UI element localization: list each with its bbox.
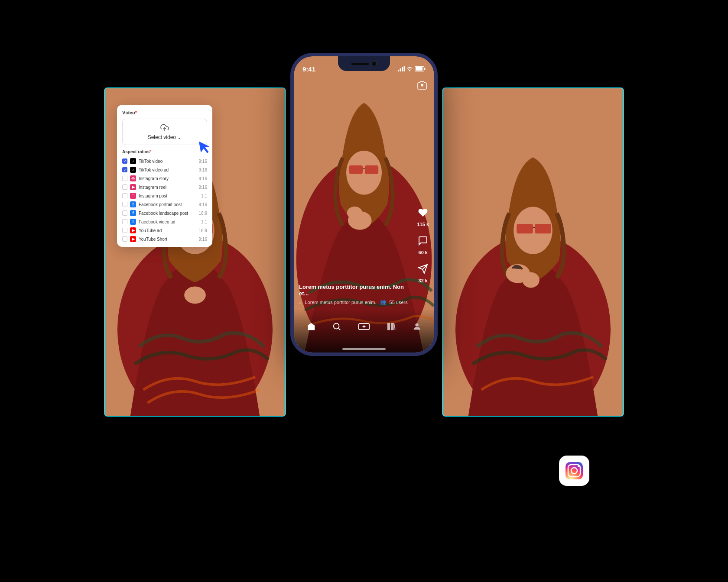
video-caption: Lorem metus porttitor purus enim. Non et… [299,284,408,305]
ratio-item-0[interactable]: ✓♪TikTok video9:16 [122,157,207,165]
ratio-value-9: 9:16 [199,237,207,242]
shares-count: 32 k [419,278,428,283]
svg-rect-27 [400,68,401,71]
phone-mockup: 9:41 [290,53,438,356]
comments-count: 60 k [419,250,428,255]
svg-rect-13 [535,224,551,233]
home-indicator [342,348,386,350]
svg-point-25 [347,207,362,219]
ratio-item-1[interactable]: ✓♪TikTok video ad9:16 [122,165,207,174]
ratio-name-9: YouTube Short [139,237,196,242]
comment-button[interactable]: 60 k [417,236,429,255]
svg-rect-22 [365,165,378,174]
camera-button[interactable] [417,80,427,92]
platform-icon-7: f [130,219,136,225]
ratio-name-0: TikTok video [139,159,196,164]
aspect-ratio-panel: Video* Select video ⌄ Aspect ratios* ✓♪T… [117,105,212,247]
platform-icon-4: □ [130,193,136,199]
ratio-item-4[interactable]: □Instagram post1:1 [122,191,207,200]
svg-point-30 [409,70,410,71]
svg-rect-33 [424,68,426,70]
ratio-value-0: 9:16 [199,159,207,164]
heart-icon [417,207,429,221]
svg-rect-21 [349,165,363,174]
svg-point-43 [416,323,419,327]
platform-icon-0: ♪ [130,158,136,164]
ratio-value-2: 9:16 [199,176,207,181]
ratio-value-3: 9:16 [199,185,207,190]
upload-icon [127,123,202,133]
ratio-name-4: Instagram post [139,194,198,198]
add-nav-item[interactable] [358,322,370,331]
caption-users: 55 users [390,300,408,305]
checkbox-2[interactable] [122,176,127,181]
ratio-name-7: Facebook video ad [139,220,198,224]
platform-icon-3: ▶ [130,184,136,190]
platform-icon-5: f [130,201,136,207]
svg-point-36 [334,323,339,329]
checkbox-7[interactable] [122,219,127,224]
instagram-icon [565,461,584,480]
ratio-item-5[interactable]: fFacebook portrait post9:16 [122,200,207,209]
home-nav-item[interactable] [306,322,316,331]
profile-nav-item[interactable] [412,322,422,331]
ratio-value-7: 1:1 [201,220,207,224]
aspect-ratios-label: Aspect ratios* [122,149,207,154]
bottom-nav[interactable] [294,309,434,352]
checkbox-0[interactable]: ✓ [122,158,127,164]
ratio-name-3: Instagram reel [139,185,196,190]
platform-icon-8: ▶ [130,227,136,233]
main-scene: 9:41 [104,53,624,529]
ratio-list: ✓♪TikTok video9:16✓♪TikTok video ad9:16◎… [122,157,207,243]
action-buttons: 115 k 60 k [417,207,429,283]
like-button[interactable]: 115 k [417,207,429,227]
share-button[interactable]: 32 k [417,264,429,283]
search-nav-item[interactable] [332,322,341,331]
status-time: 9:41 [302,65,315,73]
library-nav-item[interactable] [387,322,396,331]
checkbox-8[interactable] [122,228,127,233]
share-icon [417,264,429,277]
select-video-text: Select video ⌄ [127,134,202,140]
ratio-name-2: Instagram story [139,176,196,181]
ratio-name-6: Facebook landscape post [139,211,196,216]
svg-rect-32 [416,67,422,71]
signal-icon [398,66,405,71]
likes-count: 115 k [417,222,429,227]
battery-icon [415,66,426,71]
platform-icon-2: ◎ [130,175,136,181]
checkbox-9[interactable] [122,236,127,242]
ratio-value-5: 9:16 [199,202,207,207]
ratio-value-8: 16:9 [199,228,207,233]
ratio-name-8: YouTube ad [139,228,196,233]
svg-rect-28 [402,67,403,71]
ratio-item-3[interactable]: ▶Instagram reel9:16 [122,183,207,191]
right-panel-photo [443,88,623,416]
speaker [351,63,369,65]
checkbox-3[interactable] [122,184,127,190]
checkbox-5[interactable] [122,202,127,207]
svg-point-48 [578,466,579,467]
ratio-item-6[interactable]: fFacebook landscape post16:9 [122,209,207,217]
ratio-item-7[interactable]: fFacebook video ad1:1 [122,217,207,226]
caption-main-text: Lorem metus porttitor purus enim. Non et… [299,284,408,297]
required-mark: * [135,110,137,115]
select-video-button[interactable]: Select video ⌄ [122,119,207,145]
ratio-item-9[interactable]: ▶YouTube Short9:16 [122,235,207,243]
ratio-item-8[interactable]: ▶YouTube ad16:9 [122,226,207,235]
comment-icon [417,236,429,249]
front-camera [371,61,377,66]
checkbox-4[interactable] [122,193,127,198]
svg-rect-29 [404,66,405,71]
caption-music: Lorem metus porttitor purus enim. [305,300,377,305]
svg-rect-41 [387,323,390,330]
video-field-label: Video* [122,110,207,115]
ratio-item-2[interactable]: ◎Instagram story9:16 [122,174,207,183]
svg-point-16 [522,272,540,288]
music-note-icon: ♪ [299,300,302,305]
instagram-badge [559,456,589,486]
checkbox-6[interactable] [122,210,127,216]
svg-rect-26 [398,70,399,71]
checkbox-1[interactable]: ✓ [122,167,127,172]
right-panel [442,87,624,417]
